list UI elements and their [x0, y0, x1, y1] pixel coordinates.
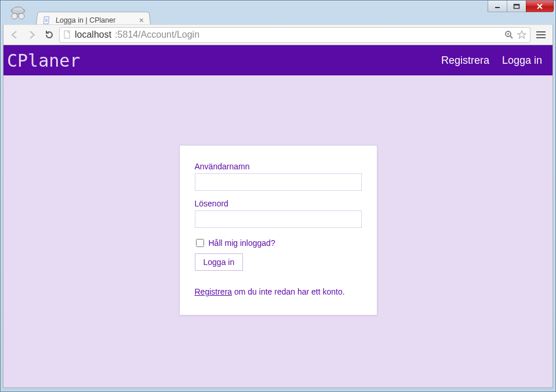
forward-button[interactable] — [24, 27, 39, 42]
close-button[interactable] — [526, 1, 554, 12]
svg-rect-10 — [64, 31, 70, 38]
header-nav: Registrera Logga in — [441, 55, 542, 67]
remember-label: Håll mig inloggad? — [209, 238, 275, 248]
register-link[interactable]: Registrera — [195, 287, 232, 296]
svg-line-12 — [510, 36, 513, 38]
zoom-icon[interactable] — [504, 30, 514, 39]
svg-marker-15 — [518, 31, 526, 38]
hamburger-menu-icon[interactable] — [533, 27, 549, 42]
window-frame: Logga in | CPlaner × localhost:5814/Acco… — [0, 0, 556, 392]
username-label: Användarnamn — [195, 162, 362, 171]
address-bar[interactable]: localhost:5814/Account/Login — [59, 27, 530, 43]
url-path: :5814/Account/Login — [115, 30, 199, 40]
document-favicon — [42, 16, 51, 24]
tab-close-icon[interactable]: × — [139, 16, 144, 24]
browser-toolbar: localhost:5814/Account/Login — [3, 24, 553, 45]
nav-register-link[interactable]: Registrera — [441, 55, 489, 67]
register-hint-suffix: om du inte redan har ett konto. — [232, 287, 345, 296]
page-icon — [63, 30, 71, 39]
brand-logo[interactable]: CPlaner — [7, 50, 80, 71]
reload-button[interactable] — [42, 27, 57, 42]
page-viewport: CPlaner Registrera Logga in Användarnamn… — [3, 45, 553, 388]
nav-login-link[interactable]: Logga in — [502, 55, 542, 67]
remember-checkbox[interactable] — [196, 239, 204, 247]
url-host: localhost — [75, 30, 111, 40]
maximize-button[interactable] — [507, 1, 526, 12]
back-button[interactable] — [7, 27, 22, 42]
minimize-button[interactable] — [488, 1, 507, 12]
password-input[interactable] — [195, 210, 362, 228]
username-input[interactable] — [195, 173, 362, 191]
register-hint: Registrera om du inte redan har ett kont… — [195, 287, 362, 296]
omnibox-actions — [504, 30, 526, 39]
bookmark-star-icon[interactable] — [517, 30, 526, 39]
login-submit-button[interactable]: Logga in — [195, 253, 244, 271]
page-body: Användarnamn Lösenord Håll mig inloggad?… — [3, 75, 553, 387]
password-label: Lösenord — [195, 199, 362, 208]
app-header: CPlaner Registrera Logga in — [3, 45, 553, 75]
login-card: Användarnamn Lösenord Håll mig inloggad?… — [179, 145, 377, 315]
tab-title: Logga in | CPlaner — [55, 16, 135, 24]
